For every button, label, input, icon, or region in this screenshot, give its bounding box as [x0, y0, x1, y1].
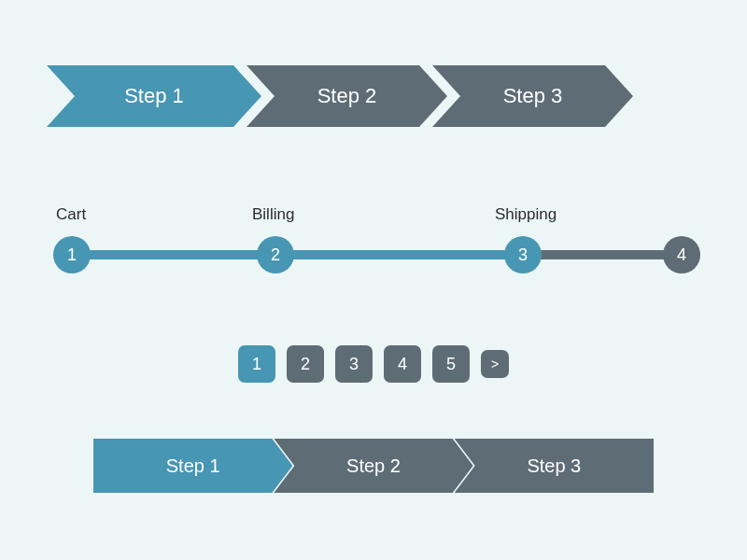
dot-node-2[interactable]: 2: [257, 236, 294, 273]
bar-step-1[interactable]: Step 1: [93, 439, 292, 493]
page-label: 4: [398, 355, 407, 374]
dot-number: 1: [67, 245, 77, 265]
bar-step-2[interactable]: Step 2: [274, 439, 472, 493]
bar-stepper: Step 1 Step 2 Step 3: [93, 439, 654, 493]
chevron-step-1[interactable]: Step 1: [47, 65, 261, 127]
dot-node-1[interactable]: 1: [53, 236, 91, 273]
bar-step-label: Step 1: [166, 455, 220, 477]
dot-label-billing: Billing: [252, 205, 294, 224]
page-next[interactable]: >: [481, 350, 509, 378]
page-label: 5: [446, 355, 456, 374]
dot-number: 2: [271, 245, 280, 265]
bar-step-3[interactable]: Step 3: [455, 439, 654, 493]
bar-step-label: Step 2: [346, 455, 401, 477]
page-label: 1: [252, 355, 261, 374]
page-5[interactable]: 5: [432, 345, 470, 383]
chevron-step-label: Step 2: [317, 84, 377, 108]
page-2[interactable]: 2: [287, 345, 324, 383]
chevron-stepper: Step 1 Step 2 Step 3: [47, 65, 618, 127]
pagination: 1 2 3 4 5 >: [0, 345, 747, 383]
chevron-step-2[interactable]: Step 2: [247, 65, 447, 127]
page-label: 2: [301, 355, 310, 374]
dot-node-3[interactable]: 3: [504, 236, 542, 273]
dot-label-cart: Cart: [56, 205, 86, 224]
chevron-step-label: Step 3: [503, 84, 563, 108]
dot-label-shipping: Shipping: [495, 205, 557, 224]
page-4[interactable]: 4: [384, 345, 421, 383]
dot-stepper: Cart 1 Billing 2 Shipping 3 4: [47, 205, 700, 280]
dot-track-active: [61, 250, 537, 259]
chevron-step-label: Step 1: [124, 84, 184, 108]
dot-node-4[interactable]: 4: [663, 236, 700, 273]
dot-number: 4: [677, 245, 686, 265]
dot-number: 3: [518, 245, 528, 265]
page-1[interactable]: 1: [238, 345, 275, 383]
page-3[interactable]: 3: [335, 345, 373, 383]
chevron-step-3[interactable]: Step 3: [432, 65, 633, 127]
bar-step-label: Step 3: [527, 455, 581, 477]
page-label: 3: [349, 355, 359, 374]
chevron-right-icon: >: [491, 357, 499, 371]
